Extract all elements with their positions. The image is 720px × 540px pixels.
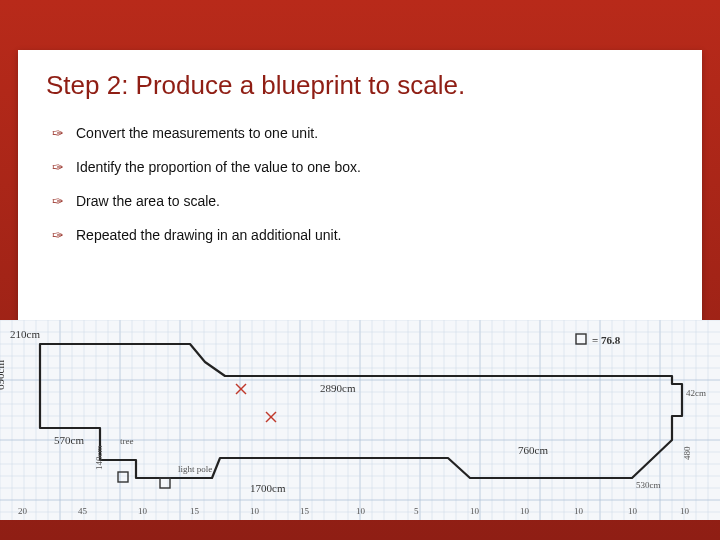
label-left-height: 690cm [0,360,6,390]
swirl-icon: ✑ [52,229,68,243]
label-bottom-long: 1700cm [250,482,286,494]
tick: 10 [470,506,480,516]
tick: 10 [520,506,530,516]
label-lower-left: 570cm [54,434,84,446]
blueprint-diagram: 210cm 690cm 2890cm 42cm 570cm 140cm tree… [0,320,720,520]
tick: 10 [356,506,366,516]
label-bottom-right-step: 760cm [518,444,548,456]
bullet-item: ✑ Draw the area to scale. [52,193,668,209]
swirl-icon: ✑ [52,127,68,141]
slide-title: Step 2: Produce a blueprint to scale. [18,50,702,111]
swirl-icon: ✑ [52,161,68,175]
bullet-item: ✑ Identify the proportion of the value t… [52,159,668,175]
tick: 10 [138,506,148,516]
tick: 10 [574,506,584,516]
label-lower-left-drop: 140cm [94,446,104,471]
tick: 15 [190,506,200,516]
slide-card: Step 2: Produce a blueprint to scale. ✑ … [18,50,702,510]
bullet-text: Repeated the drawing in an additional un… [76,227,341,243]
label-bottom-right-drop: 530cm [636,480,661,490]
tick: 45 [78,506,88,516]
swirl-icon: ✑ [52,195,68,209]
tick: 20 [18,506,28,516]
label-mid-top: 2890cm [320,382,356,394]
label-scale: = 76.8 [592,334,621,346]
bullet-text: Convert the measurements to one unit. [76,125,318,141]
label-top-left: 210cm [10,328,40,340]
bullet-item: ✑ Convert the measurements to one unit. [52,125,668,141]
label-light-pole: light pole [178,464,212,474]
tick: 5 [414,506,419,516]
bullet-item: ✑ Repeated the drawing in an additional … [52,227,668,243]
tick: 10 [628,506,638,516]
tick: 10 [680,506,690,516]
grid [0,320,720,520]
bullet-text: Draw the area to scale. [76,193,220,209]
label-right-small: 42cm [686,388,706,398]
label-tree: tree [120,436,134,446]
bullet-list: ✑ Convert the measurements to one unit. … [18,111,702,243]
tick: 10 [250,506,260,516]
label-far-right-h: 480 [682,446,692,460]
blueprint-svg: 210cm 690cm 2890cm 42cm 570cm 140cm tree… [0,320,720,520]
tick: 15 [300,506,310,516]
bullet-text: Identify the proportion of the value to … [76,159,361,175]
